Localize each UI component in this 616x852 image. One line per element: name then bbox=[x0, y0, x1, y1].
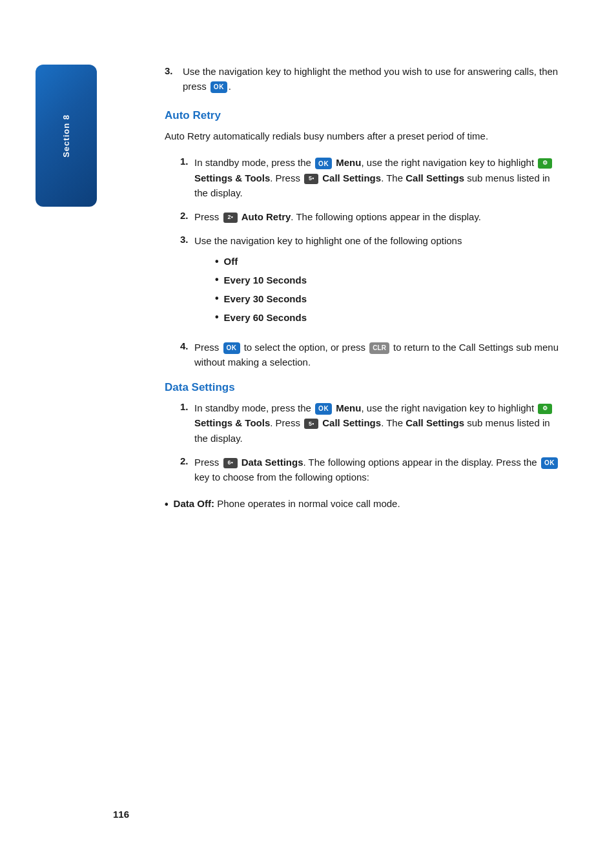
section-auto-retry: Auto Retry Auto Retry automatically redi… bbox=[165, 109, 564, 369]
clr-icon: CLR bbox=[369, 342, 389, 354]
data-settings-steps: 1. In standby mode, press the OK Menu, u… bbox=[180, 400, 564, 484]
ds-step-num-2: 2. bbox=[180, 455, 194, 466]
auto-retry-heading: Auto Retry bbox=[165, 109, 564, 122]
intro-step: 3. Use the navigation key to highlight t… bbox=[165, 65, 564, 94]
step-num-3: 3. bbox=[165, 65, 183, 76]
key-5-ds: 5▪ bbox=[304, 419, 318, 429]
data-off-text: Phone operates in normal voice call mode… bbox=[217, 496, 400, 511]
option-off: Off bbox=[215, 254, 564, 270]
auto-retry-step-3: 3. Use the navigation key to highlight o… bbox=[180, 233, 564, 330]
key-2-icon: 2▪ bbox=[223, 213, 238, 223]
data-off-label: Data Off: bbox=[174, 496, 214, 511]
settings-icon-1: ⚙ bbox=[538, 158, 552, 169]
ok-icon-4: OK bbox=[223, 342, 240, 354]
step-text-2: Press 2▪ Auto Retry. The following optio… bbox=[194, 209, 564, 224]
data-settings-step-1: 1. In standby mode, press the OK Menu, u… bbox=[180, 400, 564, 446]
step-num-1: 1. bbox=[180, 156, 194, 167]
key-5-icon: 5▪ bbox=[304, 174, 318, 184]
step-text-1: In standby mode, press the OK Menu, use … bbox=[194, 155, 564, 200]
sidebar-label: Section 8 bbox=[61, 114, 71, 158]
step-text-3: Use the navigation key to highlight one … bbox=[194, 233, 564, 330]
ok-button-icon: OK bbox=[210, 81, 227, 93]
step-text-4: Press OK to select the option, or press … bbox=[194, 340, 564, 370]
auto-retry-step-2: 2. Press 2▪ Auto Retry. The following op… bbox=[180, 209, 564, 224]
ds-step-num-1: 1. bbox=[180, 401, 194, 412]
sidebar-tab: Section 8 bbox=[36, 65, 97, 207]
option-10: Every 10 Seconds bbox=[215, 272, 564, 288]
auto-retry-description: Auto Retry automatically redials busy nu… bbox=[165, 129, 564, 143]
options-list: Off Every 10 Seconds Every 30 Seconds Ev… bbox=[215, 254, 564, 326]
step-num-2: 2. bbox=[180, 210, 194, 221]
section-data-settings: Data Settings 1. In standby mode, press … bbox=[165, 381, 564, 513]
option-30: Every 30 Seconds bbox=[215, 291, 564, 307]
ok-icon-1: OK bbox=[315, 158, 332, 169]
auto-retry-step-4: 4. Press OK to select the option, or pre… bbox=[180, 340, 564, 370]
settings-icon-ds1: ⚙ bbox=[538, 404, 552, 414]
option-60: Every 60 Seconds bbox=[215, 309, 564, 326]
key-6-icon: 6▪ bbox=[223, 458, 238, 468]
step-num-4: 4. bbox=[180, 340, 194, 351]
ok-icon-ds1: OK bbox=[315, 403, 332, 415]
auto-retry-steps: 1. In standby mode, press the OK Menu, u… bbox=[180, 155, 564, 369]
page-container: Section 8 3. Use the navigation key to h… bbox=[0, 0, 616, 852]
auto-retry-step-1: 1. In standby mode, press the OK Menu, u… bbox=[180, 155, 564, 200]
content-area: 3. Use the navigation key to highlight t… bbox=[165, 52, 564, 513]
step-num-3b: 3. bbox=[180, 234, 194, 245]
step-item-intro: 3. Use the navigation key to highlight t… bbox=[165, 65, 564, 94]
ok-icon-ds2: OK bbox=[541, 457, 558, 469]
data-off-item: Data Off: Phone operates in normal voice… bbox=[165, 496, 564, 513]
data-settings-heading: Data Settings bbox=[165, 381, 564, 394]
data-settings-step-2: 2. Press 6▪ Data Settings. The following… bbox=[180, 455, 564, 485]
ds-step-text-2: Press 6▪ Data Settings. The following op… bbox=[194, 455, 564, 485]
page-number: 116 bbox=[113, 809, 129, 820]
step-text-intro: Use the navigation key to highlight the … bbox=[183, 65, 564, 94]
ds-step-text-1: In standby mode, press the OK Menu, use … bbox=[194, 400, 564, 446]
